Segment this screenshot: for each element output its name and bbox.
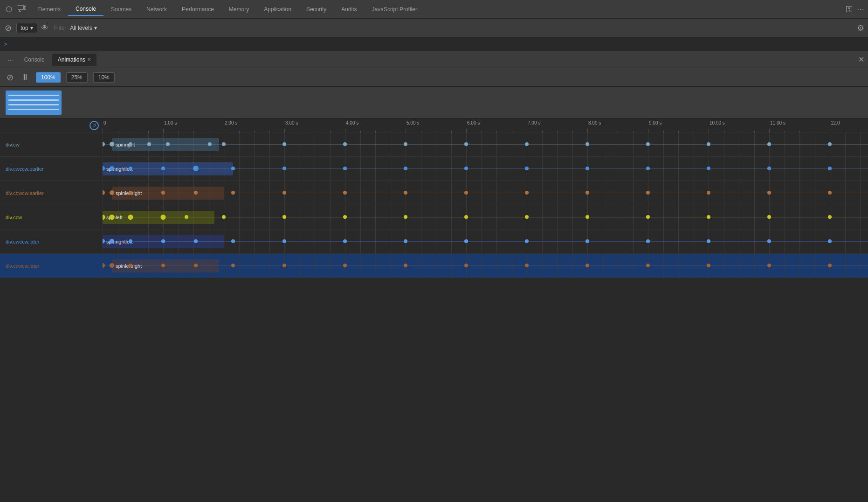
row-cwccw-earlier-dot-10 <box>525 167 529 170</box>
tab-elements[interactable]: Elements <box>30 3 68 15</box>
row-cwccw-earlier-dot-1 <box>110 166 114 171</box>
console-prompt: > <box>4 41 7 48</box>
row-ccwcw-later[interactable]: div.ccwcw.laterspinleftright <box>0 254 868 278</box>
row-cwccw-earlier[interactable]: div.cwccw.earlierspinrightleft <box>0 157 868 181</box>
block-icon[interactable]: ⊘ <box>4 22 13 34</box>
row-ccw-bar: spinleft <box>103 211 214 224</box>
row-ccwcw-later-dot-11 <box>586 264 589 267</box>
row-ccwcw-later-dot-7 <box>343 264 347 267</box>
tab-memory[interactable]: Memory <box>221 3 256 15</box>
row-ccw-dot-11 <box>586 215 589 219</box>
tab-audits[interactable]: Audits <box>334 3 364 15</box>
eye-icon[interactable]: 👁 <box>41 24 48 32</box>
anim-preview-area <box>0 87 868 119</box>
row-cwccw-later-dot-3 <box>161 239 165 243</box>
row-ccwcw-earlier-dot-2 <box>129 191 132 195</box>
tab-security[interactable]: Security <box>299 3 334 15</box>
row-ccwcw-earlier-dot-3 <box>161 191 165 195</box>
row-ccw-dot-3 <box>161 215 166 220</box>
replay-icon[interactable]: ↺ <box>90 121 99 130</box>
context-selector[interactable]: top ▾ <box>16 23 37 33</box>
row-ccwcw-later-dot-14 <box>767 264 771 267</box>
tab-console-panel[interactable]: Console <box>19 54 50 66</box>
row-cwccw-later-dot-12 <box>646 239 650 243</box>
row-ccw[interactable]: div.ccwspinleft <box>0 205 868 230</box>
console-panel-label: Console <box>24 56 45 63</box>
thumb-line-4 <box>8 109 59 110</box>
tab-network[interactable]: Network <box>139 3 174 15</box>
tab-sources[interactable]: Sources <box>103 3 139 15</box>
pause-animation-button[interactable]: ⏸ <box>20 71 30 83</box>
row-ccwcw-earlier[interactable]: div.ccwcw.earlierspinleftright <box>0 181 868 205</box>
row-cwccw-earlier-dot-13 <box>707 167 710 170</box>
context-label: top <box>21 25 28 31</box>
row-cw-label: div.cw <box>0 142 103 147</box>
row-ccw-dot-2 <box>128 215 133 220</box>
row-cw-dot-4 <box>166 142 170 146</box>
row-ccwcw-earlier-dot-10 <box>525 191 529 195</box>
tab-console[interactable]: Console <box>68 3 103 16</box>
row-cwccw-later-label: div.cwccw.later <box>0 239 103 244</box>
row-cwccw-earlier-dot-3 <box>161 167 165 170</box>
more-panels-button[interactable]: ··· <box>4 54 17 65</box>
row-ccw-track: spinleft <box>103 205 868 229</box>
settings-icon[interactable]: ⚙ <box>857 23 864 33</box>
tab-application[interactable]: Application <box>256 3 299 15</box>
tab-animations-panel[interactable]: Animations ✕ <box>52 54 96 66</box>
remote-devices-icon[interactable]: ⚿ <box>846 5 853 14</box>
row-ccwcw-earlier-dot-5 <box>231 191 235 195</box>
row-ccwcw-later-track: spinleftright <box>103 254 868 278</box>
panel-close-button[interactable]: ✕ <box>858 55 864 64</box>
row-cw-dot-12 <box>586 142 589 146</box>
context-dropdown-icon: ▾ <box>30 25 33 31</box>
row-ccw-dot-13 <box>707 215 710 219</box>
svg-rect-1 <box>24 6 26 9</box>
row-cw-dot-6 <box>222 142 226 146</box>
row-ccw-dot-5 <box>222 215 226 219</box>
row-ccwcw-later-bar: spinleftright <box>112 259 219 272</box>
row-cwccw-later-dot-9 <box>464 239 468 243</box>
row-ccw-dot-1 <box>110 215 115 220</box>
stop-animation-button[interactable]: ⊘ <box>6 71 14 84</box>
filter-placeholder: Filter <box>54 25 67 31</box>
tab-performance[interactable]: Performance <box>174 3 221 15</box>
row-cwccw-later-dot-6 <box>282 239 286 243</box>
row-cwccw-earlier-dot-9 <box>464 167 468 170</box>
log-level-selector[interactable]: All levels ▾ <box>70 25 96 31</box>
tab-js-profiler[interactable]: JavaScript Profiler <box>365 3 425 15</box>
row-cwccw-later-dot-14 <box>767 239 771 243</box>
row-ccwcw-later-dot-5 <box>231 264 235 267</box>
row-cw-dot-7 <box>282 142 286 146</box>
row-ccwcw-later-dot-9 <box>464 264 468 267</box>
row-cwccw-later-dot-10 <box>525 239 529 243</box>
thumb-line-3 <box>8 104 59 105</box>
more-options-icon[interactable]: ⋯ <box>857 5 864 14</box>
row-cwccw-earlier-dot-12 <box>646 167 650 170</box>
row-ccwcw-later-label: div.ccwcw.later <box>0 263 103 269</box>
row-cw-dot-8 <box>343 142 347 146</box>
thumb-line-2 <box>8 99 59 101</box>
row-cw-dot-1 <box>110 142 114 146</box>
speed-25-button[interactable]: 25% <box>66 72 88 83</box>
timeline-header: ↺ 01.00 s2.00 s3.00 s4.00 s5.00 s6.00 s7… <box>0 119 868 132</box>
second-toolbar: ⊘ top ▾ 👁 Filter All levels ▾ ⚙ <box>0 19 868 37</box>
cursor-icon[interactable]: ⬡ <box>4 3 14 15</box>
console-input-row: > <box>0 37 868 51</box>
row-cwccw-later[interactable]: div.cwccw.laterspinrightleft <box>0 230 868 254</box>
panel-tabs: ··· Console Animations ✕ ✕ <box>0 51 868 68</box>
row-ccwcw-earlier-dot-6 <box>282 191 286 195</box>
animations-tab-close[interactable]: ✕ <box>87 57 91 62</box>
row-cw-dot-0 <box>103 142 105 146</box>
speed-10-button[interactable]: 10% <box>93 72 115 83</box>
row-cwccw-later-dot-15 <box>828 239 832 243</box>
row-cwccw-later-dot-2 <box>129 239 132 243</box>
device-icon[interactable] <box>16 3 28 15</box>
row-ccwcw-earlier-dot-14 <box>767 191 771 195</box>
row-cw[interactable]: div.cwspinright <box>0 132 868 157</box>
anim-thumbnail[interactable] <box>6 91 62 115</box>
thumb-line-1 <box>8 95 59 96</box>
speed-100-button[interactable]: 100% <box>36 72 61 83</box>
row-ccw-dot-8 <box>404 215 407 219</box>
row-cwccw-earlier-dot-14 <box>767 167 771 170</box>
svg-rect-0 <box>18 5 23 10</box>
